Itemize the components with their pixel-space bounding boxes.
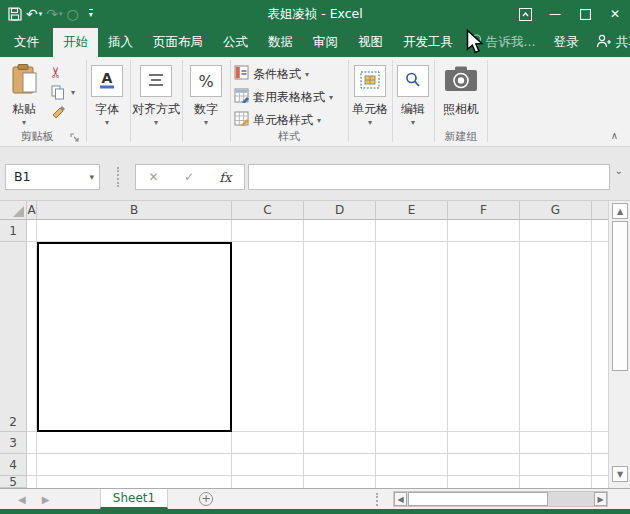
- tell-me-label: 告诉我...: [486, 34, 535, 51]
- ribbon-display-options-icon[interactable]: [510, 0, 540, 28]
- number-label: 数字: [182, 101, 230, 118]
- tab-insert[interactable]: 插入: [98, 28, 143, 57]
- editing-dropdown-icon[interactable]: ▾: [389, 119, 437, 127]
- collapse-ribbon-icon[interactable]: ∧: [611, 131, 618, 141]
- next-sheet-icon[interactable]: ▶: [42, 494, 50, 505]
- select-all-button[interactable]: [0, 201, 27, 219]
- insert-function-icon[interactable]: fx: [219, 170, 231, 185]
- row-header-2[interactable]: 2: [0, 242, 26, 432]
- paste-dropdown-icon[interactable]: ▾: [2, 119, 46, 127]
- column-header-d[interactable]: D: [304, 201, 376, 219]
- number-button[interactable]: %: [190, 65, 222, 97]
- person-plus-icon: [596, 34, 611, 51]
- camera-label: 照相机: [434, 101, 488, 118]
- copy-icon[interactable]: [51, 85, 65, 103]
- window-controls: — ✕: [510, 0, 630, 28]
- cell-styles-icon: [234, 111, 249, 129]
- scroll-down-icon[interactable]: ▼: [612, 466, 628, 482]
- name-box-dropdown-icon[interactable]: ▾: [89, 165, 94, 189]
- tab-formulas[interactable]: 公式: [213, 28, 258, 57]
- ribbon-tab-row: 文件 开始 插入 页面布局 公式 数据 审阅 视图 开发工具 告诉我... 登录…: [0, 28, 630, 57]
- number-dropdown-icon[interactable]: ▾: [182, 119, 230, 127]
- enter-icon[interactable]: ✓: [184, 170, 194, 184]
- percent-icon: %: [198, 72, 213, 91]
- format-as-table-label: 套用表格格式: [253, 89, 325, 106]
- select-all-triangle-icon: [13, 206, 24, 217]
- formula-buttons: ✕ ✓ fx: [135, 164, 245, 190]
- column-header-e[interactable]: E: [376, 201, 448, 219]
- add-sheet-icon[interactable]: +: [199, 492, 213, 506]
- row-headers: 1 2 3 4 5: [0, 220, 27, 488]
- tab-developer[interactable]: 开发工具: [393, 28, 463, 57]
- previous-sheet-icon[interactable]: ◀: [18, 494, 26, 505]
- tab-home[interactable]: 开始: [53, 28, 98, 57]
- tab-view[interactable]: 视图: [348, 28, 393, 57]
- camera-icon: [444, 82, 478, 96]
- format-as-table-button[interactable]: 套用表格格式 ▾: [234, 88, 333, 106]
- font-dropdown-icon[interactable]: ▾: [83, 119, 131, 127]
- expand-formula-bar-icon[interactable]: ⌄: [615, 165, 623, 176]
- column-header-a[interactable]: A: [27, 201, 37, 219]
- scroll-up-icon[interactable]: ▲: [612, 203, 628, 219]
- close-button[interactable]: ✕: [600, 0, 630, 28]
- editing-label: 编辑: [389, 101, 437, 118]
- row-header-1[interactable]: 1: [0, 220, 26, 242]
- magnifier-icon: [404, 71, 422, 92]
- vertical-scrollbar[interactable]: ▲ ▼: [608, 201, 630, 488]
- paste-clipboard-icon: [10, 63, 40, 100]
- scroll-left-icon[interactable]: ◀: [394, 492, 407, 506]
- camera-button[interactable]: [444, 65, 478, 96]
- cancel-icon[interactable]: ✕: [149, 170, 159, 184]
- column-header-b[interactable]: B: [37, 201, 232, 219]
- row-header-4[interactable]: 4: [0, 454, 26, 476]
- title-bar: ↶▾ ↷▾ ○ ▾ 表姐凌祯 - Excel — ✕: [0, 0, 630, 28]
- ribbon: 粘贴 ▾ ✂ ▾ 剪贴板 A 字体 ▾ 对齐方式 ▾: [0, 57, 630, 147]
- styles-group-label: 样式: [230, 130, 348, 144]
- format-as-table-dropdown-icon: ▾: [329, 93, 333, 102]
- cell-styles-dropdown-icon: ▾: [317, 116, 321, 125]
- name-box[interactable]: B1 ▾: [5, 164, 100, 190]
- format-painter-icon[interactable]: [51, 105, 66, 123]
- tab-review[interactable]: 审阅: [303, 28, 348, 57]
- column-header-f[interactable]: F: [448, 201, 520, 219]
- cell-styles-button[interactable]: 单元格样式 ▾: [234, 111, 321, 129]
- column-header-partial[interactable]: [592, 201, 608, 219]
- maximize-button[interactable]: [570, 0, 600, 28]
- horizontal-scrollbar[interactable]: ◀ ▶: [393, 491, 608, 507]
- sign-in-button[interactable]: 登录: [543, 28, 588, 57]
- row-header-5[interactable]: 5: [0, 476, 26, 488]
- vertical-scrollbar-thumb[interactable]: [612, 221, 628, 371]
- font-icon: A: [97, 70, 117, 93]
- column-header-g[interactable]: G: [520, 201, 592, 219]
- custom-group-label: 新建组: [434, 130, 488, 144]
- tab-data[interactable]: 数据: [258, 28, 303, 57]
- alignment-dropdown-icon[interactable]: ▾: [128, 119, 184, 127]
- clipboard-dialog-launcher-icon[interactable]: [70, 132, 80, 146]
- alignment-button[interactable]: [140, 65, 172, 97]
- share-button[interactable]: 共享: [588, 28, 630, 57]
- tab-page-layout[interactable]: 页面布局: [143, 28, 213, 57]
- cell-reference: B1: [14, 169, 31, 184]
- worksheet-grid: A B C D E F G 1 2 3 4 5: [0, 201, 608, 488]
- scroll-right-icon[interactable]: ▶: [594, 492, 607, 506]
- row-header-3[interactable]: 3: [0, 432, 26, 454]
- status-bar: [0, 509, 630, 514]
- editing-button[interactable]: [397, 65, 429, 97]
- conditional-formatting-button[interactable]: 条件格式 ▾: [234, 65, 309, 83]
- sheet-navigation: ◀ ▶: [18, 489, 49, 509]
- minimize-button[interactable]: —: [540, 0, 570, 28]
- cell-styles-label: 单元格样式: [253, 112, 313, 129]
- column-header-c[interactable]: C: [232, 201, 304, 219]
- formula-input[interactable]: [248, 164, 610, 190]
- horizontal-scrollbar-thumb[interactable]: [408, 492, 548, 506]
- copy-dropdown-icon[interactable]: ▾: [68, 89, 78, 97]
- conditional-formatting-label: 条件格式: [253, 66, 301, 83]
- cut-icon[interactable]: ✂: [47, 66, 65, 79]
- font-button[interactable]: A: [91, 65, 123, 97]
- cells-button[interactable]: [354, 65, 386, 97]
- mouse-cursor: [466, 29, 484, 60]
- sheet-tab-sheet1[interactable]: Sheet1: [100, 489, 168, 509]
- tab-file[interactable]: 文件: [0, 28, 53, 57]
- rectangle-shape[interactable]: [37, 242, 232, 432]
- tab-bar-separator: [376, 493, 378, 506]
